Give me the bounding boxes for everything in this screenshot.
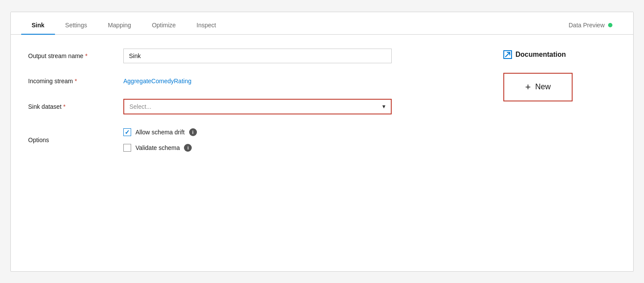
- external-link-icon: [503, 50, 512, 59]
- tab-data-preview[interactable]: Data Preview: [558, 16, 623, 35]
- options-field: ✓ Allow schema drift i Validate schema i: [123, 128, 486, 152]
- validate-schema-checkbox[interactable]: [123, 144, 131, 152]
- incoming-stream-label: Incoming stream *: [28, 78, 123, 85]
- form-section: Output stream name * Incoming stream * A…: [28, 49, 486, 166]
- output-stream-field: [123, 49, 486, 63]
- content-area: Output stream name * Incoming stream * A…: [11, 35, 633, 179]
- options-label: Options: [28, 137, 123, 143]
- incoming-stream-field: AggregateComedyRating: [123, 77, 486, 85]
- output-stream-input[interactable]: [123, 49, 392, 63]
- allow-schema-drift-row: ✓ Allow schema drift i: [123, 128, 486, 136]
- data-preview-status-dot: [608, 23, 612, 27]
- output-stream-row: Output stream name *: [28, 49, 486, 63]
- validate-schema-info-icon[interactable]: i: [184, 144, 192, 152]
- tab-settings[interactable]: Settings: [55, 16, 98, 35]
- tab-mapping[interactable]: Mapping: [97, 16, 142, 35]
- sink-dataset-row: Sink dataset * Select... ▼: [28, 99, 486, 114]
- allow-schema-drift-checkbox[interactable]: ✓: [123, 128, 131, 136]
- sink-dataset-label: Sink dataset *: [28, 103, 123, 110]
- right-panel: Documentation + New: [503, 49, 616, 166]
- tab-optimize[interactable]: Optimize: [142, 16, 186, 35]
- options-group: ✓ Allow schema drift i Validate schema i: [123, 128, 486, 152]
- incoming-stream-link[interactable]: AggregateComedyRating: [123, 78, 191, 85]
- incoming-stream-row: Incoming stream * AggregateComedyRating: [28, 77, 486, 85]
- options-row: Options ✓ Allow schema drift i: [28, 128, 486, 152]
- new-button[interactable]: + New: [503, 73, 573, 101]
- plus-icon: +: [525, 81, 531, 93]
- tab-sink[interactable]: Sink: [21, 16, 55, 35]
- new-button-label: New: [535, 82, 551, 91]
- output-stream-label: Output stream name *: [28, 52, 123, 59]
- incoming-stream-required: *: [74, 78, 77, 85]
- sink-dataset-select[interactable]: Select...: [123, 99, 392, 114]
- output-stream-required: *: [85, 52, 87, 59]
- data-preview-label: Data Preview: [569, 22, 605, 29]
- sink-dataset-field: Select... ▼: [123, 99, 486, 114]
- sink-dataset-select-wrapper: Select... ▼: [123, 99, 392, 114]
- checkmark-icon: ✓: [125, 129, 130, 136]
- allow-schema-drift-info-icon[interactable]: i: [189, 128, 197, 136]
- allow-schema-drift-label: Allow schema drift: [135, 129, 185, 136]
- sink-dataset-required: *: [63, 103, 65, 110]
- tab-bar: Sink Settings Mapping Optimize Inspect D…: [11, 12, 633, 35]
- documentation-link[interactable]: Documentation: [503, 50, 566, 59]
- validate-schema-label: Validate schema: [135, 144, 180, 151]
- tab-inspect[interactable]: Inspect: [186, 16, 226, 35]
- validate-schema-row: Validate schema i: [123, 144, 486, 152]
- main-card: Sink Settings Mapping Optimize Inspect D…: [10, 12, 634, 272]
- documentation-label: Documentation: [515, 51, 566, 59]
